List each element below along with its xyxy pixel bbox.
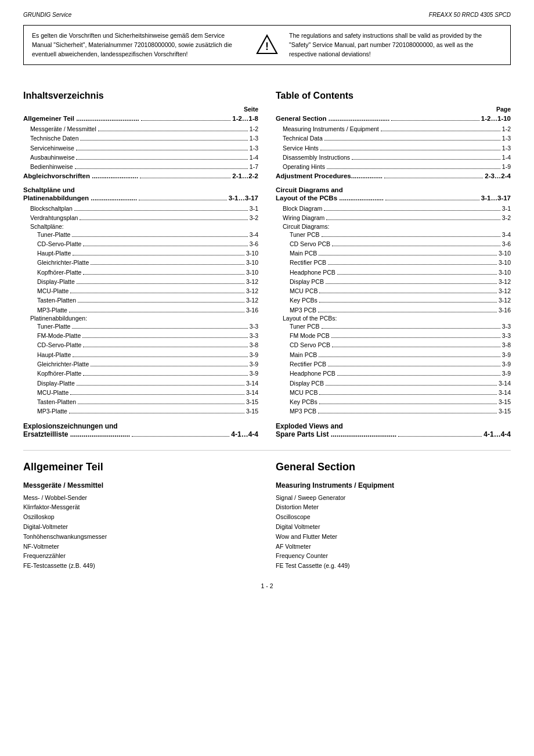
toc-page: 3-2 bbox=[502, 213, 511, 222]
toc-row: Technical Data 1-3 bbox=[276, 134, 511, 143]
toc-label: MP3 PCB bbox=[290, 406, 316, 416]
toc-english-title: Table of Contents bbox=[276, 91, 511, 101]
toc-row: Technische Daten 1-3 bbox=[23, 134, 258, 143]
exploded-entry-german: Ersatzteilliste ........................… bbox=[23, 430, 258, 438]
toc-dots bbox=[318, 413, 497, 413]
exploded-line2-german: Ersatzteilliste ........................… bbox=[23, 430, 130, 438]
toc-row: Wiring Diagram 3-2 bbox=[276, 213, 511, 222]
toc-page: 1-4 bbox=[502, 153, 511, 162]
toc-label: Main PCB bbox=[290, 350, 317, 359]
list-item: Oscilloscope bbox=[276, 512, 511, 522]
toc-row: Tuner-Platte 3-3 bbox=[23, 322, 258, 331]
toc-dots bbox=[381, 131, 500, 131]
toc-label: Measuring Instruments / Equipment bbox=[283, 124, 379, 134]
toc-page: 3-4 bbox=[250, 230, 258, 239]
toc-dots bbox=[326, 283, 497, 284]
toc-dots bbox=[324, 210, 500, 211]
toc-page: 1-3 bbox=[250, 143, 258, 153]
toc-row: Messgeräte / Messmittel 1-2 bbox=[23, 124, 258, 134]
toc-label: FM Mode PCB bbox=[290, 331, 330, 340]
toc-label: Kopfhörer-Platte bbox=[37, 369, 81, 378]
list-item: Mess- / Wobbel-Sender bbox=[23, 493, 258, 503]
toc-page: 3-14 bbox=[246, 388, 258, 397]
bottom-english-title: General Section bbox=[276, 461, 511, 473]
toc-dots bbox=[83, 246, 247, 246]
toc-row: Blockschaltplan 3-1 bbox=[23, 204, 258, 213]
toc-row: Ausbauhinweise 1-4 bbox=[23, 153, 258, 162]
toc-label: Kopfhörer-Platte bbox=[37, 268, 81, 277]
header-left: GRUNDIG Service bbox=[23, 12, 71, 18]
toc-row: MCU PCB 3-14 bbox=[276, 388, 511, 397]
exploded-entry-english: Spare Parts List .......................… bbox=[276, 430, 511, 438]
toc-label: Tuner PCB bbox=[290, 230, 320, 239]
toc-page: 3-9 bbox=[502, 350, 511, 359]
toc-label: Display-Platte bbox=[37, 379, 75, 388]
toc-dots bbox=[337, 274, 497, 275]
toc-page: 3-10 bbox=[499, 258, 511, 267]
toc-dots bbox=[82, 337, 248, 338]
toc-page: 3-15 bbox=[499, 397, 511, 406]
toc-label: Wiring Diagram bbox=[283, 213, 324, 222]
toc-label: Headphone PCB bbox=[290, 369, 335, 378]
toc-label: Bedienhinweise bbox=[30, 162, 73, 171]
toc-label: MP3-Platte bbox=[37, 406, 67, 416]
toc-label: Haupt-Platte bbox=[37, 249, 71, 258]
toc-dots bbox=[326, 219, 500, 220]
toc-page: 3-1…3-17 bbox=[481, 193, 511, 204]
toc-subheading: Circuit Diagrams: bbox=[276, 223, 511, 230]
toc-page: 3-9 bbox=[250, 369, 258, 378]
toc-row: Tuner-Platte 3-4 bbox=[23, 230, 258, 239]
exploded-line2-english: Spare Parts List .......................… bbox=[276, 430, 396, 438]
toc-page: 3-8 bbox=[250, 340, 258, 350]
toc-dots bbox=[72, 328, 247, 329]
toc-label: CD Servo PCB bbox=[290, 340, 330, 350]
header-right: FREAXX 50 RRCD 4305 SPCD bbox=[429, 12, 511, 18]
toc-dots bbox=[332, 347, 500, 347]
toc-page: 2-3…2-4 bbox=[485, 171, 511, 182]
bottom-german-subsection: Messgeräte / Messmittel bbox=[23, 481, 258, 489]
toc-page: 1-3 bbox=[502, 134, 511, 143]
toc-page: 3-2 bbox=[250, 213, 258, 222]
toc-row: Disassembly Instructions 1-4 bbox=[276, 153, 511, 162]
toc-dots bbox=[319, 394, 497, 395]
toc-row: MP3 PCB 3-16 bbox=[276, 305, 511, 315]
toc-page: 3-6 bbox=[250, 239, 258, 249]
toc-dots bbox=[319, 302, 497, 303]
toc-page: 1-2…1-10 bbox=[481, 114, 511, 124]
list-item: FE-Testcassette (z.B. 449) bbox=[23, 561, 258, 571]
toc-label: MCU PCB bbox=[290, 388, 317, 397]
toc-row: Display PCB 3-12 bbox=[276, 277, 511, 286]
toc-page: 3-14 bbox=[499, 388, 511, 397]
toc-label: Operating Hints bbox=[283, 162, 325, 171]
toc-page: 1-3 bbox=[502, 143, 511, 153]
list-item: Tonhöhenschwankungsmesser bbox=[23, 532, 258, 542]
toc-row: Kopfhörer-Platte 3-9 bbox=[23, 369, 258, 378]
toc-row: Tasten-Platten 3-15 bbox=[23, 397, 258, 406]
toc-page: 3-1 bbox=[250, 204, 258, 213]
toc-page: 3-15 bbox=[246, 397, 258, 406]
bottom-section: Allgemeiner Teil Messgeräte / Messmittel… bbox=[23, 461, 511, 571]
list-item: AF Voltmeter bbox=[276, 542, 511, 552]
toc-row: Main PCB 3-10 bbox=[276, 249, 511, 258]
toc-label: General Section ........................… bbox=[276, 114, 389, 124]
toc-row: MCU PCB 3-12 bbox=[276, 286, 511, 296]
bottom-english-subsection: Measuring Instruments / Equipment bbox=[276, 481, 511, 489]
toc-label: Tuner PCB bbox=[290, 322, 320, 331]
page-label: Page bbox=[496, 106, 511, 113]
toc-dots bbox=[328, 366, 500, 366]
toc-row: Rectifier PCB 3-10 bbox=[276, 258, 511, 267]
toc-section: Inhaltsverzeichnis Seite Allgemeiner Tei… bbox=[23, 79, 511, 438]
bottom-german-title: Allgemeiner Teil bbox=[23, 461, 258, 473]
toc-heading: Circuit Diagrams and bbox=[276, 186, 511, 193]
toc-label: Abgleichvorschriften ...................… bbox=[23, 171, 138, 182]
toc-row: Verdrahtungsplan 3-2 bbox=[23, 213, 258, 222]
toc-dots bbox=[319, 357, 500, 357]
toc-label: Tuner-Platte bbox=[37, 230, 70, 239]
toc-dots bbox=[328, 264, 497, 265]
toc-row: Tuner PCB 3-3 bbox=[276, 322, 511, 331]
toc-dots bbox=[83, 375, 247, 376]
toc-page: 1-9 bbox=[502, 162, 511, 171]
toc-page: 3-15 bbox=[246, 406, 258, 416]
exploded-heading-german: Explosionszeichnungen und Ersatzteillist… bbox=[23, 422, 258, 438]
toc-label: Tasten-Platten bbox=[37, 296, 76, 305]
